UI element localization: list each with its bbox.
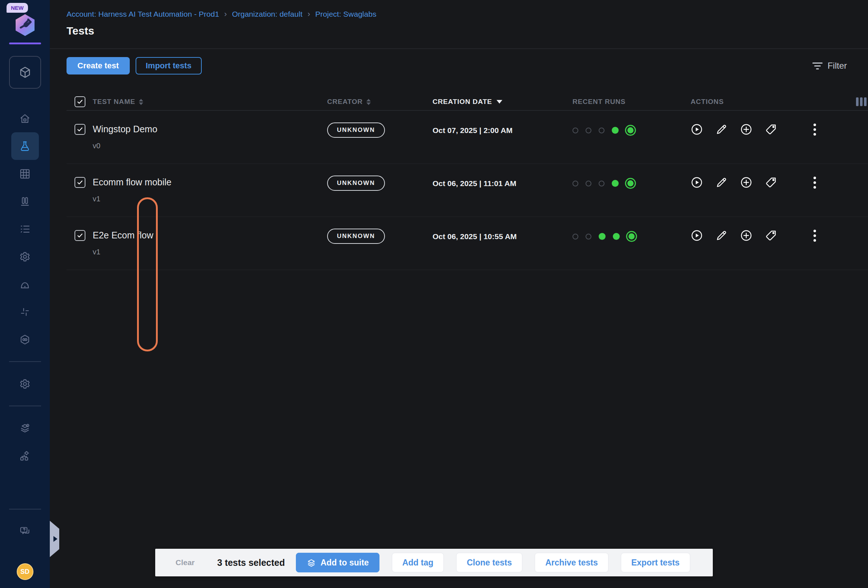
breadcrumb-item[interactable]: Project: Swaglabs	[315, 10, 376, 19]
add-to-suite-button[interactable]	[740, 123, 753, 136]
gear-icon	[19, 251, 31, 262]
creation-date: Oct 06, 2025 | 10:55 AM	[433, 217, 573, 241]
sidebar-item-test-tubes[interactable]	[11, 187, 39, 215]
sidebar-divider	[9, 509, 41, 510]
run-status-pass-ring-dot[interactable]	[629, 233, 635, 239]
run-status-empty-dot[interactable]	[586, 181, 591, 186]
run-status-pass-dot[interactable]	[612, 127, 619, 134]
gear-icon	[19, 378, 31, 390]
column-settings-icon[interactable]	[856, 97, 867, 106]
column-header-recent-runs: RECENT RUNS	[573, 98, 691, 106]
selection-action-bar: Clear 3 tests selected Add to suite Add …	[155, 549, 713, 576]
breadcrumb-item[interactable]: Organization: default	[232, 10, 303, 19]
app-logo-icon	[15, 13, 35, 37]
creator-badge: UNKNOWN	[327, 228, 385, 244]
sidebar-item-environments[interactable]	[11, 414, 39, 442]
row-checkbox[interactable]	[75, 177, 86, 188]
run-status-empty-dot[interactable]	[573, 128, 578, 133]
recent-runs	[573, 111, 691, 134]
test-name[interactable]: E2e Ecom flow	[93, 230, 327, 240]
flask-icon	[19, 141, 31, 152]
import-tests-button[interactable]: Import tests	[136, 57, 202, 75]
run-status-empty-dot[interactable]	[573, 181, 578, 186]
run-test-button[interactable]	[691, 123, 703, 136]
sidebar-item-tests[interactable]	[11, 132, 39, 160]
breadcrumb-item[interactable]: Account: Harness AI Test Automation - Pr…	[66, 10, 219, 19]
run-test-button[interactable]	[691, 176, 703, 189]
hierarchy-gear-icon	[19, 450, 31, 461]
main-content: Account: Harness AI Test Automation - Pr…	[50, 0, 868, 588]
run-status-pass-ring-dot[interactable]	[627, 127, 633, 133]
avatar[interactable]: SD	[17, 563, 34, 580]
sidebar-item-slack[interactable]	[11, 298, 39, 326]
run-status-empty-dot[interactable]	[586, 234, 591, 239]
add-to-suite-bulk-button[interactable]: Add to suite	[296, 553, 379, 572]
edit-test-button[interactable]	[715, 229, 728, 242]
new-badge: NEW	[7, 3, 28, 13]
create-test-button[interactable]: Create test	[66, 57, 130, 75]
row-checkbox[interactable]	[75, 124, 86, 135]
sidebar-item-checklist[interactable]	[11, 215, 39, 243]
slack-icon	[19, 307, 31, 318]
cube-icon	[19, 66, 32, 79]
test-name[interactable]: Wingstop Demo	[93, 124, 327, 134]
more-actions-button[interactable]	[813, 177, 816, 189]
test-tubes-icon	[19, 196, 31, 207]
selected-count-label: 3 tests selected	[217, 557, 285, 568]
run-status-pass-dot[interactable]	[612, 180, 619, 187]
run-status-pass-dot[interactable]	[613, 233, 620, 240]
more-actions-button[interactable]	[813, 230, 816, 242]
test-version: v1	[93, 195, 327, 203]
grid-icon	[19, 168, 31, 180]
test-version: v0	[93, 142, 327, 150]
sidebar-item-home[interactable]	[11, 105, 39, 132]
run-status-empty-dot[interactable]	[586, 128, 591, 133]
sidebar-item-project-settings[interactable]	[11, 370, 39, 398]
sidebar-item-discover[interactable]	[11, 270, 39, 298]
creator-badge: UNKNOWN	[327, 175, 385, 191]
column-header-creator[interactable]: CREATOR	[327, 98, 433, 106]
recent-runs	[573, 164, 691, 187]
brand-divider	[9, 43, 41, 44]
clear-selection-button[interactable]: Clear	[176, 558, 195, 567]
run-status-pass-ring-dot[interactable]	[627, 180, 633, 186]
help-chat-button[interactable]	[11, 517, 39, 545]
sidebar-item-integrations[interactable]	[11, 326, 39, 353]
run-test-button[interactable]	[691, 229, 703, 242]
table-row: Wingstop Demo v0 UNKNOWN Oct 07, 2025 | …	[66, 111, 868, 164]
tag-button[interactable]	[765, 176, 777, 189]
run-status-empty-dot[interactable]	[599, 181, 604, 186]
run-status-pass-dot[interactable]	[599, 233, 605, 240]
run-status-empty-dot[interactable]	[573, 234, 578, 239]
archive-tests-button[interactable]: Archive tests	[535, 553, 608, 572]
more-actions-button[interactable]	[813, 124, 816, 136]
sidebar-divider	[9, 405, 41, 406]
tag-button[interactable]	[765, 229, 777, 242]
add-tag-button[interactable]: Add tag	[392, 553, 444, 572]
recent-runs	[573, 217, 691, 240]
column-header-test-name[interactable]: TEST NAME	[93, 98, 327, 106]
sidebar-item-data-grid[interactable]	[11, 160, 39, 187]
edit-test-button[interactable]	[715, 176, 728, 189]
hex-infinity-icon	[19, 334, 31, 345]
row-checkbox[interactable]	[75, 230, 86, 241]
select-all-checkbox[interactable]	[75, 96, 86, 107]
sort-icon	[366, 99, 371, 105]
add-to-suite-button[interactable]	[740, 176, 753, 189]
tag-button[interactable]	[765, 123, 777, 136]
page-title: Tests	[66, 25, 851, 37]
export-tests-button[interactable]: Export tests	[621, 553, 690, 572]
layers-icon	[306, 558, 316, 567]
table-row: E2e Ecom flow v1 UNKNOWN Oct 06, 2025 | …	[66, 217, 868, 270]
edit-test-button[interactable]	[715, 123, 728, 136]
column-header-creation-date[interactable]: CREATION DATE	[433, 98, 573, 106]
creator-badge: UNKNOWN	[327, 122, 385, 138]
clone-tests-button[interactable]: Clone tests	[456, 553, 522, 572]
sidebar-item-settings[interactable]	[11, 243, 39, 270]
module-switcher-button[interactable]	[9, 56, 41, 89]
test-name[interactable]: Ecomm flow mobile	[93, 177, 327, 187]
filter-button[interactable]: Filter	[812, 61, 847, 71]
add-to-suite-button[interactable]	[740, 229, 753, 242]
sidebar-item-infrastructure[interactable]	[11, 442, 39, 470]
run-status-empty-dot[interactable]	[599, 128, 604, 133]
